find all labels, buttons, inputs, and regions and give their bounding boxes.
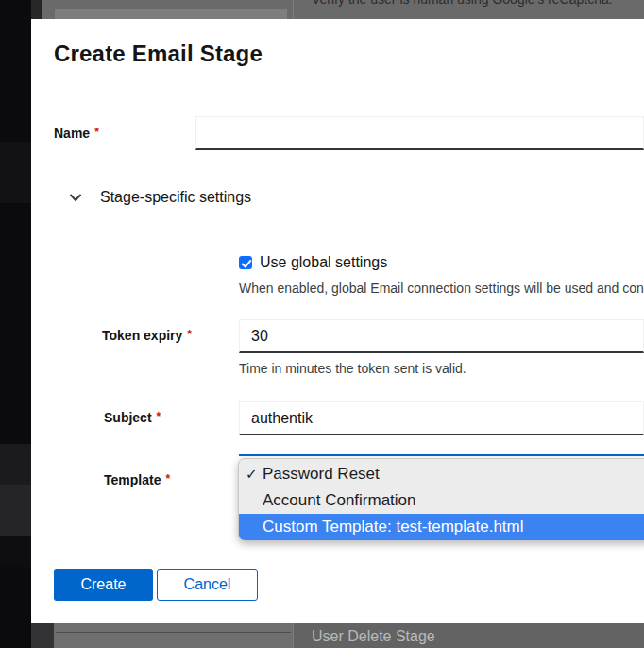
background-row-divider [293, 9, 644, 9]
background-row-text: User Delete Stage [312, 628, 435, 645]
use-global-settings-label: Use global settings [260, 254, 387, 271]
background-input-underline [56, 632, 291, 633]
template-dropdown-menu: ✓ Password Reset Account Confirmation Cu… [238, 458, 644, 541]
sidebar-item-block [0, 536, 31, 567]
use-global-settings-checkbox[interactable] [239, 256, 252, 269]
token-expiry-help: Time in minutes the token sent is valid. [239, 361, 466, 376]
create-email-stage-modal: Create Email Stage Name* Stage-specific … [31, 19, 644, 623]
required-asterisk: * [94, 126, 99, 139]
name-input[interactable] [195, 116, 644, 150]
token-expiry-input[interactable] [239, 319, 644, 353]
stage-specific-settings-label: Stage-specific settings [100, 189, 251, 206]
dropdown-option-password-reset[interactable]: ✓ Password Reset [239, 461, 644, 487]
chevron-down-icon [69, 194, 82, 202]
dropdown-option-account-confirmation[interactable]: Account Confirmation [239, 487, 644, 514]
dimmed-background-top: Verify the user is human using Google's … [31, 0, 644, 19]
use-global-settings-row: Use global settings [239, 254, 387, 271]
required-asterisk: * [187, 328, 192, 341]
sidebar-item-block [0, 142, 31, 203]
background-row-text: Verify the user is human using Google's … [312, 0, 613, 7]
use-global-settings-help: When enabled, global Email connection se… [239, 281, 644, 296]
dropdown-option-custom-template[interactable]: Custom Template: test-template.html [239, 514, 644, 540]
sidebar-item-block [0, 444, 31, 485]
background-table-cell [54, 623, 293, 648]
subject-label: Subject* [104, 410, 161, 425]
required-asterisk: * [165, 472, 170, 486]
template-label: Template* [104, 472, 170, 487]
dimmed-background-bottom: User Delete Stage [31, 623, 644, 648]
app-sidebar [0, 0, 31, 648]
token-expiry-label: Token expiry* [102, 328, 192, 343]
required-asterisk: * [157, 410, 161, 423]
stage-specific-settings-toggle[interactable]: Stage-specific settings [69, 189, 251, 206]
name-label: Name* [54, 126, 99, 141]
subject-input[interactable] [239, 401, 644, 435]
sidebar-edge-shade [31, 0, 42, 19]
sidebar-edge-shade [31, 623, 54, 648]
cancel-button[interactable]: Cancel [157, 569, 258, 601]
background-table-cell [55, 9, 287, 19]
app-root: Verify the user is human using Google's … [0, 0, 644, 648]
background-column-divider [293, 0, 294, 19]
background-column-divider [293, 623, 294, 648]
create-button[interactable]: Create [54, 569, 153, 601]
template-select-focus-border [239, 454, 644, 456]
modal-title: Create Email Stage [54, 41, 263, 67]
check-icon: ✓ [246, 461, 258, 487]
sidebar-item-block [0, 485, 31, 536]
